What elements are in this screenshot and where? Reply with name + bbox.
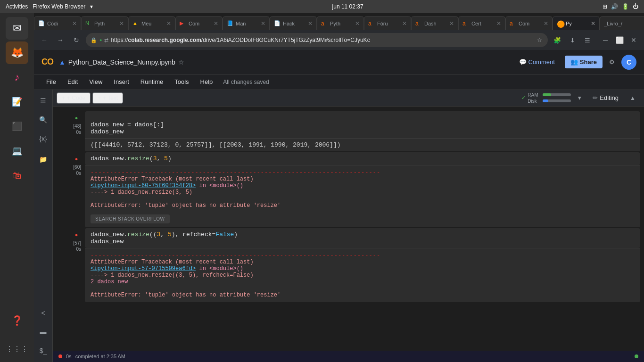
taskbar-firefox[interactable]: 🦊 [6, 41, 28, 64]
sidebar-terminal-icon[interactable]: ▬ [36, 324, 51, 339]
menu-tools[interactable]: Tools [170, 76, 193, 87]
sidebar-collapse-icon[interactable]: < [36, 305, 51, 321]
notebook-body: ☰ 🔍 {x} 📁 < ▬ $_ + + Code + [34, 90, 644, 362]
tab-dash-close[interactable]: ✕ [449, 20, 454, 27]
sidebar-toc-icon[interactable]: ☰ [36, 93, 51, 108]
tab-py-active[interactable]: 🟠 Py ✕ [553, 16, 600, 30]
tab-python[interactable]: N Pyth ✕ [81, 16, 128, 30]
tab-foru[interactable]: a Fóru ✕ [364, 16, 411, 30]
dropdown-icon[interactable]: ▾ [90, 3, 93, 10]
tab-com1[interactable]: ▶ Com ✕ [175, 16, 223, 30]
taskbar-help[interactable]: ❓ [6, 309, 28, 332]
tab-cert[interactable]: a Cert ✕ [458, 16, 505, 30]
taskbar-ide[interactable]: 💻 [6, 140, 28, 162]
taskbar-mail[interactable]: ✉ [6, 17, 28, 40]
disk-bar-fill [543, 99, 548, 102]
tab-man-label: Man [236, 21, 258, 26]
tab-cert-close[interactable]: ✕ [496, 20, 501, 27]
tab-hack-icon: 📄 [274, 20, 281, 27]
taskbar-store[interactable]: 🛍 [6, 164, 28, 187]
os-topbar-right: ⊞ 🔊 🔋 ⏻ [603, 3, 638, 10]
ram-bar-row: RAM [528, 92, 571, 98]
cell-57-gutter: ● [57] 0s [57, 228, 85, 302]
url-bar[interactable]: 🔒 ● ⇄ https://colab.research.google.com/… [86, 33, 548, 47]
tab-livro[interactable]: _Livro_/ [600, 16, 644, 30]
cell-57-input[interactable]: dados_new.resize((3, 5), refcheck=False)… [85, 228, 640, 248]
editing-badge[interactable]: ✏ Editing [588, 92, 623, 103]
sidebar-search-icon[interactable]: 🔍 [36, 112, 51, 127]
colab-logo[interactable]: CO [41, 57, 53, 67]
user-avatar[interactable]: C [621, 55, 636, 70]
tab-com1-close[interactable]: ✕ [214, 20, 218, 27]
tab-man[interactable]: 📘 Man ✕ [223, 16, 270, 30]
tab-dash-icon: a [415, 20, 422, 27]
settings-button[interactable]: ⚙ [606, 56, 618, 68]
forward-button[interactable]: → [54, 33, 67, 47]
tab-python-close[interactable]: ✕ [119, 20, 124, 27]
tab-foru-close[interactable]: ✕ [402, 20, 407, 27]
tab-man-close[interactable]: ✕ [261, 20, 265, 27]
sidebar-files-icon[interactable]: 📁 [36, 152, 51, 167]
url-text[interactable]: https://colab.research.google.com/drive/… [111, 37, 534, 43]
add-code-button[interactable]: + + Code [57, 92, 91, 104]
cell-60-run-button[interactable]: ● [72, 154, 81, 164]
cell-48-input[interactable]: dados_new = dados[:] dados_new [85, 111, 640, 138]
cell-48-run-button[interactable]: ● [72, 113, 81, 123]
menu-view[interactable]: View [84, 76, 107, 87]
tab-pyth2[interactable]: a Pyth ✕ [317, 16, 364, 30]
bookmark-button[interactable]: ☆ [536, 36, 543, 44]
tab-meus-close[interactable]: ✕ [166, 20, 171, 27]
comment-button[interactable]: 💬 Comment [513, 55, 561, 69]
taskbar-apps[interactable]: ⋮⋮⋮ [6, 337, 28, 360]
status-completed: completed at 2:35 AM [75, 354, 125, 359]
tab-hack-close[interactable]: ✕ [308, 20, 313, 27]
taskbar-terminal[interactable]: ⬛ [6, 115, 28, 138]
notebook-star[interactable]: ☆ [178, 58, 184, 66]
header-actions: 💬 Comment 👥 Share ⚙ C [513, 55, 637, 70]
sidebar-cmd-icon[interactable]: $_ [36, 343, 51, 358]
tab-meus[interactable]: ▲ Meu ✕ [128, 16, 175, 30]
menu-icon[interactable]: ☰ [581, 33, 594, 47]
colab-header: CO ▲ Python_Data_Science_Numpy.ipynb ☆ 💬… [34, 50, 644, 74]
os-taskbar: ✉ 🦊 ♪ 📝 ⬛ 💻 🛍 ❓ ⋮⋮⋮ [0, 13, 34, 362]
cell-60-input[interactable]: dados_new.resize(3, 5) [85, 152, 640, 165]
cell-60-input-link[interactable]: <ipython-input-60-75f60f354f28> [91, 182, 196, 189]
taskbar-text[interactable]: 📝 [6, 90, 28, 113]
tab-com2[interactable]: a Com ✕ [505, 16, 553, 30]
reload-button[interactable]: ↻ [70, 33, 83, 47]
menu-edit[interactable]: Edit [63, 76, 83, 87]
back-button[interactable]: ← [38, 33, 51, 47]
maximize-button[interactable]: ⬜ [613, 33, 626, 47]
menu-file[interactable]: File [41, 76, 61, 87]
tab-codigos-close[interactable]: ✕ [72, 20, 77, 27]
tab-codigos[interactable]: 📄 Códi ✕ [34, 16, 81, 30]
tab-py-active-close[interactable]: ✕ [591, 20, 595, 27]
add-text-button[interactable]: + + Text [92, 92, 123, 104]
cell-57-0s: 0s [76, 247, 81, 252]
search-stackoverflow-button[interactable]: SEARCH STACK OVERFLOW [91, 214, 170, 223]
minimize-button[interactable]: ─ [599, 33, 612, 47]
addon-icon[interactable]: 🧩 [551, 33, 564, 47]
cell-60-traceback-link-line: <ipython-input-60-75f60f354f28> in <modu… [91, 182, 635, 189]
toolbar-expand-icon[interactable]: ▲ [625, 90, 640, 106]
tab-dash[interactable]: a Dash ✕ [411, 16, 458, 30]
menu-runtime[interactable]: Runtime [136, 76, 168, 87]
tab-hack[interactable]: 📄 Hack ✕ [270, 16, 317, 30]
close-button[interactable]: ✕ [627, 33, 640, 47]
cell-57-input-link[interactable]: <ipython-input-57-0715509ea6fd> [91, 265, 196, 272]
share-button[interactable]: 👥 Share [565, 56, 603, 68]
sidebar-variables-icon[interactable]: {x} [36, 131, 51, 146]
activities-label[interactable]: Activities [6, 3, 28, 10]
drive-icon: ▲ [59, 58, 66, 66]
notebook-title-text[interactable]: Python_Data_Science_Numpy.ipynb [68, 58, 175, 66]
cell-57-run-button[interactable]: ● [72, 230, 81, 239]
battery-icon: 🔋 [622, 3, 629, 10]
menu-insert[interactable]: Insert [109, 76, 134, 87]
tab-com2-close[interactable]: ✕ [544, 20, 548, 27]
download-icon[interactable]: ⬇ [566, 33, 579, 47]
taskbar-music[interactable]: ♪ [6, 66, 28, 89]
tab-pyth2-close[interactable]: ✕ [355, 20, 360, 27]
menu-help[interactable]: Help [196, 76, 218, 87]
notebook-cells: ● [48] 0s dados_new = dados[:] dados_new… [53, 107, 644, 351]
resource-dropdown[interactable]: ▾ [573, 91, 586, 105]
